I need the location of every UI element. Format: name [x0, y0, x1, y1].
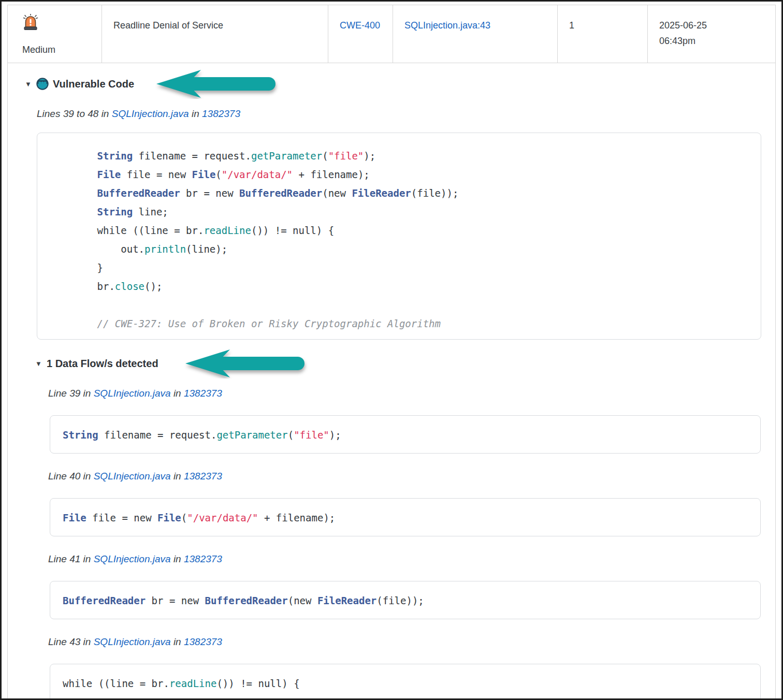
code-token: BufferedReader	[63, 595, 146, 606]
flow-code-block: File file = new File("/var/data/" + file…	[50, 498, 761, 536]
code-token: (	[181, 512, 187, 523]
timestamp-cell: 2025-06-25 06:43pm	[648, 5, 775, 63]
code-line: File file = new File("/var/data/" + file…	[63, 511, 748, 524]
code-token: getParameter	[251, 150, 322, 162]
context-mid: in	[192, 108, 199, 119]
code-line	[50, 296, 748, 314]
finding-detail-panel: Medium Readline Denial of Service CWE-40…	[7, 5, 776, 700]
code-token: close	[115, 281, 144, 292]
flow-code-block: BufferedReader br = new BufferedReader(n…	[50, 581, 761, 619]
vulnerability-report-page: { "finding": { "severity_icon": "siren-i…	[0, 0, 783, 700]
code-token: (new	[322, 187, 352, 199]
code-token: + filename);	[258, 512, 336, 523]
code-line: out.println(line);	[50, 240, 748, 258]
code-token: File	[63, 512, 86, 523]
context-prefix: Line 39 in	[48, 388, 91, 399]
severity-label: Medium	[22, 42, 93, 57]
flow-context-line: Line 43 in SQLInjection.java in 1382373	[48, 636, 755, 648]
collapse-caret-icon[interactable]: ▼	[35, 360, 42, 368]
code-token: (	[288, 429, 294, 441]
build-link[interactable]: 1382373	[202, 108, 240, 119]
code-token: filename = request.	[133, 150, 251, 162]
code-token: while ((line = br.	[63, 678, 169, 689]
location-cell: SQLInjection.java:43	[393, 5, 558, 63]
code-token: (	[322, 150, 328, 162]
vulnerable-code-block: String filename = request.getParameter("…	[37, 133, 761, 340]
severity-cell: Medium	[8, 5, 102, 63]
file-link[interactable]: SQLInjection.java	[94, 553, 171, 564]
code-token: br.	[50, 281, 115, 292]
code-token: File	[97, 169, 121, 180]
location-link[interactable]: SQLInjection.java:43	[404, 20, 490, 31]
code-token: FileReader	[317, 595, 376, 606]
build-link[interactable]: 1382373	[184, 553, 222, 564]
code-token: File	[192, 169, 216, 180]
code-line: }	[50, 258, 748, 277]
code-token: (line);	[186, 243, 227, 255]
code-token: readLine	[169, 678, 217, 689]
code-token: ()) != null) {	[216, 678, 299, 689]
code-token: // CWE-327: Use of Broken or Risky Crypt…	[50, 318, 441, 329]
code-line: String filename = request.getParameter("…	[63, 428, 748, 442]
code-token: "file"	[294, 429, 329, 441]
code-token: readLine	[204, 225, 251, 236]
context-prefix: Line 40 in	[48, 471, 91, 482]
finding-row: Medium Readline Denial of Service CWE-40…	[8, 5, 775, 63]
code-line: br.close();	[50, 277, 748, 296]
build-link[interactable]: 1382373	[184, 388, 222, 399]
file-link[interactable]: SQLInjection.java	[112, 108, 189, 119]
file-link[interactable]: SQLInjection.java	[94, 471, 171, 482]
section-title: Vulnerable Code	[53, 78, 134, 90]
code-line: // CWE-327: Use of Broken or Risky Crypt…	[50, 314, 748, 333]
code-token: File	[157, 512, 181, 523]
flow-context-line: Line 40 in SQLInjection.java in 1382373	[48, 471, 755, 482]
code-token: "/var/data/"	[187, 512, 258, 523]
code-token: getParameter	[216, 429, 287, 441]
code-token: "file"	[328, 150, 364, 162]
build-link[interactable]: 1382373	[184, 636, 222, 647]
build-link[interactable]: 1382373	[184, 471, 222, 482]
code-token: while ((line = br.	[50, 225, 204, 236]
code-token: "/var/data/"	[222, 169, 293, 180]
waves-icon	[36, 78, 49, 90]
code-token	[50, 169, 97, 180]
code-token: );	[329, 429, 341, 441]
context-mid: in	[173, 388, 181, 399]
code-token: file = new	[121, 169, 192, 180]
code-token: out.	[50, 243, 144, 255]
code-token: println	[144, 243, 186, 255]
code-token: String	[97, 206, 133, 217]
context-mid: in	[173, 471, 181, 482]
vulnerable-code-heading: ▼ Vulnerable Code	[25, 77, 755, 91]
code-token: (file));	[376, 595, 424, 606]
collapse-caret-icon[interactable]: ▼	[25, 80, 32, 88]
code-line: while ((line = br.readLine()) != null) {	[50, 221, 748, 240]
code-token: }	[50, 262, 103, 273]
context-prefix: Lines 39 to 48 in	[37, 108, 109, 119]
code-token: BufferedReader	[239, 187, 322, 199]
code-context-line: Lines 39 to 48 in SQLInjection.java in 1…	[37, 108, 755, 120]
flow-context-line: Line 39 in SQLInjection.java in 1382373	[48, 388, 755, 399]
code-token: (	[215, 169, 221, 180]
code-token: BufferedReader	[205, 595, 288, 606]
code-token: file = new	[86, 512, 157, 523]
context-prefix: Line 41 in	[48, 553, 91, 564]
file-link[interactable]: SQLInjection.java	[94, 388, 171, 399]
count-cell: 1	[558, 5, 648, 63]
code-token: String	[97, 150, 133, 162]
code-token: (new	[288, 595, 317, 606]
cwe-link[interactable]: CWE-400	[340, 20, 380, 31]
code-line: while ((line = br.readLine()) != null) {	[63, 677, 748, 690]
finding-title-cell: Readline Denial of Service	[102, 5, 328, 63]
code-token	[50, 206, 97, 217]
file-link[interactable]: SQLInjection.java	[94, 636, 171, 647]
finding-date: 2025-06-25	[659, 18, 764, 33]
code-token: ();	[144, 281, 162, 292]
context-mid: in	[173, 636, 181, 647]
flow-context-line: Line 41 in SQLInjection.java in 1382373	[48, 553, 755, 565]
context-mid: in	[173, 553, 181, 564]
code-line: File file = new File("/var/data/" + file…	[50, 165, 748, 184]
finding-title: Readline Denial of Service	[113, 20, 223, 31]
flow-code-block: String filename = request.getParameter("…	[50, 415, 761, 454]
code-token	[50, 150, 97, 162]
